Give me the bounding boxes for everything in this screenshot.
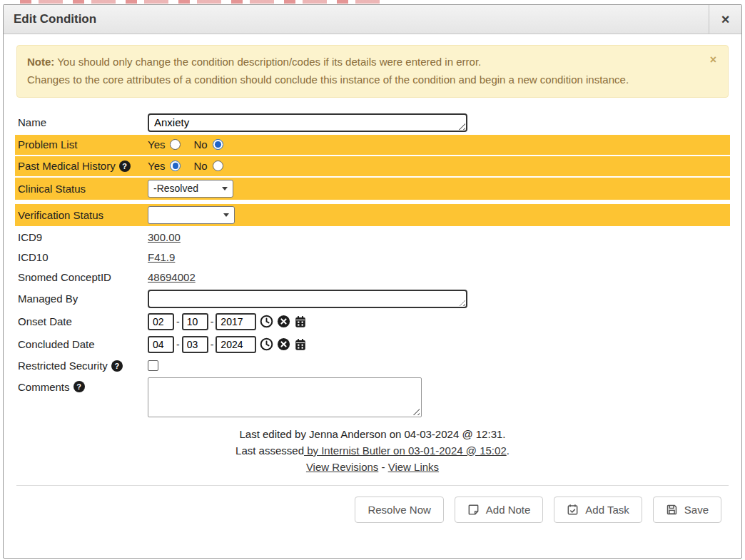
resolve-now-button[interactable]: Resolve Now (355, 497, 443, 523)
form-row-comments: Comments ? (15, 376, 730, 419)
save-label: Save (684, 504, 709, 516)
date-separator: - (211, 316, 214, 327)
add-task-label: Add Task (585, 504, 629, 516)
onset-day-input[interactable] (182, 313, 208, 330)
help-question-icon[interactable]: ? (119, 161, 131, 172)
calendar-check-icon (567, 504, 579, 516)
chevron-down-icon (222, 187, 228, 190)
form-row-managed-by: Managed By (15, 287, 730, 310)
modal-footer: Resolve Now Add Note Add Task (15, 486, 730, 523)
onset-month-input[interactable] (148, 313, 174, 330)
comments-label-text: Comments (18, 381, 70, 393)
note-text: Note: You should only change the conditi… (27, 54, 709, 89)
verification-status-select[interactable] (148, 206, 235, 224)
problem-list-label: Problem List (18, 138, 148, 151)
form-row-problem-list: Problem List Yes No (15, 135, 730, 155)
icd10-code-link[interactable]: F41.9 (148, 251, 175, 263)
page-background: Edit Condition × Note: You should only c… (0, 0, 745, 560)
date-separator: - (176, 339, 180, 350)
chevron-down-icon (223, 213, 229, 217)
onset-clock-icon[interactable] (260, 315, 273, 328)
concluded-clock-icon[interactable] (260, 337, 273, 351)
past-medical-history-label: Past Medical History ? (18, 160, 148, 172)
snomed-label: Snomed ConceptID (18, 271, 148, 283)
form-row-clinical-status: Clinical Status -Resolved (15, 178, 730, 200)
problem-list-no-label: No (193, 138, 207, 151)
past-medical-history-yes-radio[interactable] (170, 161, 181, 171)
form-row-name: Name (15, 111, 730, 135)
condition-form: Name Problem List Yes No (15, 111, 730, 419)
comments-label: Comments ? (18, 377, 148, 393)
date-separator: - (211, 339, 214, 350)
form-row-verification-status: Verification Status (15, 204, 730, 226)
concluded-date-label: Concluded Date (18, 338, 148, 350)
note-bold: Note: (27, 56, 54, 68)
close-icon[interactable]: × (709, 5, 741, 34)
onset-date-label: Onset Date (18, 315, 148, 327)
form-row-onset-date: Onset Date - - (15, 310, 730, 333)
concluded-year-input[interactable] (216, 336, 256, 353)
icd9-code-link[interactable]: 300.00 (148, 231, 181, 243)
form-row-restricted-security: Restricted Security ? (15, 356, 730, 376)
date-separator: - (176, 316, 180, 327)
note-banner: Note: You should only change the conditi… (16, 45, 729, 98)
pmh-yes-label: Yes (148, 160, 165, 172)
add-note-button[interactable]: Add Note (455, 497, 544, 523)
name-input[interactable] (148, 113, 467, 132)
note-line1: You should only change the condition des… (57, 56, 481, 68)
clinical-status-select[interactable]: -Resolved (148, 180, 233, 198)
edit-condition-modal: Edit Condition × Note: You should only c… (3, 4, 742, 559)
form-row-concluded-date: Concluded Date - - (15, 333, 730, 356)
form-row-snomed: Snomed ConceptID 48694002 (15, 268, 730, 287)
last-assessed-prefix: Last assessed (235, 444, 304, 457)
note-line2: Changes to the core attributes of a cond… (27, 73, 629, 86)
restricted-security-checkbox[interactable] (148, 360, 158, 371)
add-note-label: Add Note (486, 504, 531, 516)
links-separator: - (378, 461, 387, 473)
last-assessed-period: . (507, 444, 510, 457)
restricted-security-label-text: Restricted Security (18, 360, 108, 372)
form-row-past-medical-history: Past Medical History ? Yes No (15, 156, 730, 176)
save-button[interactable]: Save (653, 497, 721, 523)
audit-info: Last edited by Jenna Anderson on 04-03-2… (15, 426, 730, 475)
problem-list-yes-radio[interactable] (170, 139, 181, 150)
last-edited-text: Last edited by Jenna Anderson on 04-03-2… (15, 426, 730, 442)
view-links-link[interactable]: View Links (388, 461, 439, 473)
icd10-label: ICD10 (18, 251, 148, 263)
managed-by-label: Managed By (18, 292, 148, 305)
onset-calendar-icon[interactable] (294, 315, 307, 328)
concluded-month-input[interactable] (148, 336, 174, 353)
note-icon (467, 504, 480, 516)
name-label: Name (18, 116, 148, 128)
clinical-status-value: -Resolved (153, 183, 216, 194)
past-medical-history-label-text: Past Medical History (18, 160, 116, 172)
modal-body: Note: You should only change the conditi… (4, 34, 741, 558)
concluded-calendar-icon[interactable] (294, 338, 307, 351)
comments-textarea[interactable] (148, 377, 422, 417)
clinical-status-label: Clinical Status (18, 183, 148, 195)
add-task-button[interactable]: Add Task (554, 497, 642, 523)
modal-title: Edit Condition (4, 5, 709, 34)
past-medical-history-no-radio[interactable] (213, 161, 223, 171)
modal-header: Edit Condition × (4, 5, 741, 34)
revision-links-line: View Revisions - View Links (15, 459, 730, 475)
help-question-icon[interactable]: ? (111, 360, 123, 372)
save-icon (666, 504, 678, 516)
problem-list-yes-label: Yes (148, 138, 165, 151)
view-revisions-link[interactable]: View Revisions (306, 461, 378, 473)
concluded-day-input[interactable] (182, 336, 208, 353)
form-row-icd10: ICD10 F41.9 (15, 248, 730, 268)
problem-list-no-radio[interactable] (213, 139, 223, 150)
onset-clear-date-icon[interactable] (277, 315, 290, 328)
last-assessed-line: Last assessed by Internist Butler on 03-… (15, 442, 730, 459)
note-dismiss-icon[interactable]: × (709, 54, 718, 66)
verification-status-label: Verification Status (18, 209, 148, 221)
form-row-icd9: ICD9 300.00 (15, 228, 730, 248)
last-assessed-link[interactable]: by Internist Butler on 03-01-2024 @ 15:0… (304, 444, 507, 457)
resolve-now-label: Resolve Now (368, 504, 430, 516)
managed-by-input[interactable] (148, 290, 467, 308)
snomed-code-link[interactable]: 48694002 (148, 271, 196, 283)
onset-year-input[interactable] (216, 313, 256, 330)
concluded-clear-date-icon[interactable] (277, 337, 290, 351)
help-question-icon[interactable]: ? (74, 381, 85, 392)
